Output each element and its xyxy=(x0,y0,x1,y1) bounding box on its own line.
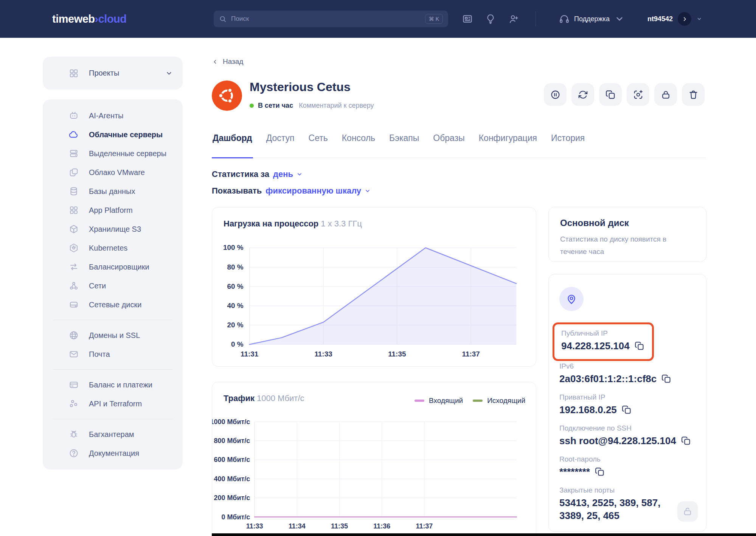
svg-text:11:37: 11:37 xyxy=(416,522,433,530)
disk-card: Основной диск Статистика по диску появит… xyxy=(548,207,706,262)
svg-text:0 %: 0 % xyxy=(231,340,244,348)
sidebar-item-label: Сетевые диски xyxy=(89,301,141,309)
svg-text:40 %: 40 % xyxy=(227,302,244,310)
chevron-down-icon xyxy=(614,14,625,24)
sidebar-item-bug[interactable]: Багхантерам xyxy=(43,425,183,444)
server-actions xyxy=(544,83,705,106)
copy-icon[interactable] xyxy=(635,341,644,351)
sidebar-item-kubernetes[interactable]: Kubernetes xyxy=(43,239,183,257)
balancer-icon xyxy=(69,262,79,272)
svg-text:11:31: 11:31 xyxy=(241,350,258,358)
reboot-button[interactable] xyxy=(571,83,594,106)
back-link[interactable]: Назад xyxy=(212,57,243,66)
avatar[interactable] xyxy=(678,12,691,26)
sidebar-item-label: Балансировщики xyxy=(89,263,149,271)
copy-icon[interactable] xyxy=(661,374,671,384)
logo[interactable]: timeweb›cloud xyxy=(52,0,127,38)
sidebar-menu: AI-АгентыОблачные серверыВыделенные серв… xyxy=(43,99,183,469)
sidebar-item-network-disk[interactable]: Сетевые диски xyxy=(43,295,183,314)
sidebar-item-vmware[interactable]: Облако VMware xyxy=(43,163,183,182)
sidebar-item-label: Базы данных xyxy=(89,187,135,196)
sidebar-item-storage[interactable]: Хранилище S3 xyxy=(43,220,183,239)
sidebar-item-robot[interactable]: AI-Агенты xyxy=(43,106,183,125)
sidebar-item-label: Выделенные серверы xyxy=(89,149,166,158)
news-icon[interactable] xyxy=(462,14,473,24)
copy-icon[interactable] xyxy=(681,436,691,446)
public-ip-value: 94.228.125.104 xyxy=(561,339,630,352)
ubuntu-logo-icon xyxy=(218,87,236,104)
network-row-value: 53413, 2525, 389, 587, 3389, 25, 465 xyxy=(559,496,677,522)
docs-icon xyxy=(69,448,79,458)
storage-icon xyxy=(69,224,79,234)
network-row-label: Подключение по SSH xyxy=(559,424,696,432)
clone-button[interactable] xyxy=(599,83,622,106)
server-status-row: В сети час Комментарий к серверу xyxy=(250,101,374,110)
tab-configuration[interactable]: Конфигурация xyxy=(478,133,538,158)
tab-history[interactable]: История xyxy=(550,133,585,158)
delete-button[interactable] xyxy=(682,83,705,106)
sidebar-item-label: Домены и SSL xyxy=(89,331,140,340)
sidebar-item-label: Сети xyxy=(89,282,106,290)
sidebar-item-card[interactable]: Баланс и платежи xyxy=(43,375,183,394)
tab-access[interactable]: Доступ xyxy=(265,133,295,158)
sidebar-item-mail[interactable]: Почта xyxy=(43,345,183,364)
reboot-icon xyxy=(578,90,588,100)
network-row: Закрытые порты53413, 2525, 389, 587, 338… xyxy=(559,486,696,522)
disk-card-message: Статистика по диску появится в течение ч… xyxy=(560,233,685,258)
stats-period-select[interactable]: день xyxy=(273,169,303,179)
cpu-usage-chart: 100 %80 %60 %40 %20 %0 %11:3111:3311:351… xyxy=(212,208,536,366)
sidebar-item-api[interactable]: API и Terraform xyxy=(43,394,183,413)
sidebar-item-docs[interactable]: Документация xyxy=(43,444,183,463)
sidebar-item-label: Багхантерам xyxy=(89,430,134,439)
clone-icon xyxy=(605,90,616,100)
robot-icon xyxy=(69,111,79,121)
lightbulb-icon[interactable] xyxy=(485,14,496,24)
copy-icon[interactable] xyxy=(622,405,632,415)
tab-network[interactable]: Сеть xyxy=(308,133,329,158)
sidebar-item-label: AI-Агенты xyxy=(89,112,123,120)
scale-mode-control: Показывать фиксированную шкалу xyxy=(212,186,371,196)
sidebar-item-globe[interactable]: Домены и SSL xyxy=(43,326,183,345)
sidebar-item-label: API и Terraform xyxy=(89,400,142,408)
server-comment-link[interactable]: Комментарий к серверу xyxy=(299,102,374,110)
tab-console[interactable]: Консоль xyxy=(341,133,376,158)
snapshot-button[interactable] xyxy=(627,83,649,106)
scale-mode-select[interactable]: фиксированную шкалу xyxy=(265,186,371,196)
pause-button[interactable] xyxy=(544,83,567,106)
copy-icon[interactable] xyxy=(595,467,605,477)
status-text: В сети час xyxy=(258,102,293,110)
svg-text:100 %: 100 % xyxy=(223,243,244,251)
tab-images[interactable]: Образы xyxy=(432,133,465,158)
sidebar-item-dedicated-servers[interactable]: Выделенные серверы xyxy=(43,144,183,163)
mail-icon xyxy=(69,349,79,359)
cloud-icon xyxy=(69,130,79,139)
account-menu[interactable]: nt94542 xyxy=(647,0,702,38)
projects-selector[interactable]: Проекты xyxy=(43,57,183,90)
svg-text:600 Мбит/с: 600 Мбит/с xyxy=(214,456,250,463)
sidebar-item-network[interactable]: Сети xyxy=(43,276,183,295)
sidebar-item-balancer[interactable]: Балансировщики xyxy=(43,257,183,276)
sidebar-item-database[interactable]: Базы данных xyxy=(43,182,183,201)
network-row-value: 192.168.0.25 xyxy=(559,403,617,416)
headphones-icon xyxy=(559,14,570,24)
username: nt94542 xyxy=(647,15,673,23)
network-row: Подключение по SSHssh root@94.228.125.10… xyxy=(559,424,696,447)
public-ip-label: Публичный IP xyxy=(561,329,652,338)
tab-dashboard[interactable]: Дашборд xyxy=(212,133,253,158)
ports-unlock-button[interactable] xyxy=(677,501,698,522)
vmware-icon xyxy=(69,167,79,177)
disk-card-title: Основной диск xyxy=(560,218,695,228)
tab-backups[interactable]: Бэкапы xyxy=(388,133,420,158)
sidebar-item-label: Хранилище S3 xyxy=(89,225,141,234)
sidebar-item-cloud[interactable]: Облачные серверы xyxy=(43,125,183,144)
app-platform-icon xyxy=(69,205,79,215)
lock-button[interactable] xyxy=(654,83,677,106)
sidebar-item-app-platform[interactable]: App Platform xyxy=(43,201,183,220)
support-menu[interactable]: Поддержка xyxy=(559,0,625,38)
search-input[interactable]: Поиск ⌘ K xyxy=(214,11,448,27)
scale-mode-label: Показывать xyxy=(212,186,262,196)
network-info-card: Публичный IP 94.228.125.104 IPv62a03:6f0… xyxy=(548,274,706,532)
search-shortcut-badge: ⌘ K xyxy=(425,14,443,24)
user-plus-icon[interactable] xyxy=(508,14,519,24)
chevron-down-icon xyxy=(165,70,173,77)
